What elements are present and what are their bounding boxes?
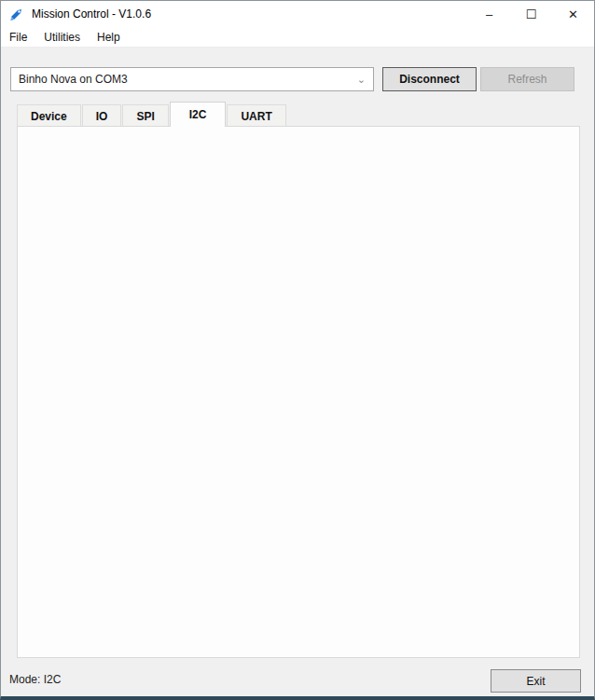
refresh-button: Refresh bbox=[480, 67, 574, 91]
chevron-down-icon: ⌄ bbox=[357, 74, 366, 86]
window-controls: – ☐ ✕ bbox=[468, 1, 594, 27]
minimize-button[interactable]: – bbox=[468, 1, 510, 27]
tab-spi[interactable]: SPI bbox=[122, 104, 168, 127]
title-bar: Mission Control - V1.0.6 – ☐ ✕ bbox=[1, 1, 594, 27]
port-select[interactable]: Binho Nova on COM3 ⌄ bbox=[10, 67, 374, 91]
exit-button[interactable]: Exit bbox=[491, 669, 581, 693]
menu-file[interactable]: File bbox=[1, 27, 35, 48]
app-window: Mission Control - V1.0.6 – ☐ ✕ File Util… bbox=[0, 0, 595, 700]
tab-device[interactable]: Device bbox=[17, 104, 81, 127]
tab-io[interactable]: IO bbox=[82, 104, 122, 127]
close-button[interactable]: ✕ bbox=[552, 1, 594, 27]
window-title: Mission Control - V1.0.6 bbox=[32, 7, 151, 21]
disconnect-button[interactable]: Disconnect bbox=[382, 67, 477, 91]
maximize-button[interactable]: ☐ bbox=[510, 1, 552, 27]
app-icon bbox=[9, 7, 24, 21]
port-select-value: Binho Nova on COM3 bbox=[19, 73, 128, 86]
tab-strip: Device IO SPI I2C UART bbox=[17, 102, 287, 127]
tab-i2c[interactable]: I2C bbox=[170, 102, 227, 127]
i2c-tab-panel bbox=[17, 126, 580, 658]
menu-bar: File Utilities Help bbox=[1, 27, 594, 48]
menu-help[interactable]: Help bbox=[89, 27, 129, 48]
mode-status: Mode: I2C bbox=[9, 673, 61, 686]
tab-uart[interactable]: UART bbox=[227, 104, 285, 127]
menu-utilities[interactable]: Utilities bbox=[35, 27, 89, 48]
